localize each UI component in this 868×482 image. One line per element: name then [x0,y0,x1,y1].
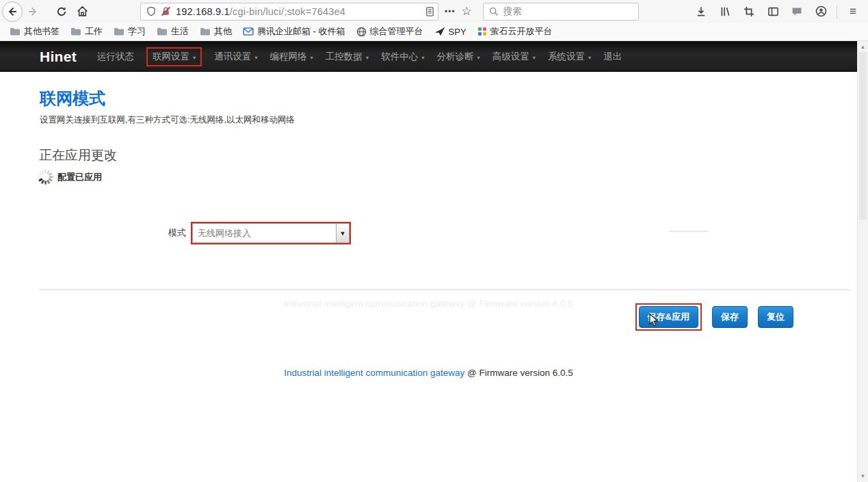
reload-icon [56,6,67,17]
nav-item-analysis-diagnosis[interactable]: 分析诊断▾ [436,51,479,63]
bookmark-management-platform[interactable]: 综合管理平台 [352,24,428,39]
bookmark-ezviz-platform[interactable]: 萤石云开放平台 [473,24,557,39]
bookmark-study[interactable]: 学习 [109,24,150,39]
bookmark-other[interactable]: 其他 [195,24,237,39]
scroll-up-icon[interactable]: ▲ [860,41,866,53]
screenshot-crop-icon [744,6,754,17]
nav-item-label: 高级设置 [492,51,529,63]
home-button[interactable] [72,1,92,22]
bookmark-label: 工作 [85,25,103,38]
nav-item-system-settings[interactable]: 系统设置▾ [548,51,591,63]
nav-item-logout[interactable]: 退出 [603,51,622,63]
nav-item-network-settings[interactable]: 联网设置▾ [146,47,202,66]
downloads-button[interactable] [692,2,711,21]
chevron-down-icon: ▼ [340,230,346,237]
bookmark-spy[interactable]: SPY [430,25,471,38]
sidebar-icon [767,6,779,17]
page-footer: Industrial intelligent communication gat… [0,368,857,378]
menu-button[interactable]: ≡ [843,2,863,21]
url-text: 192.168.9.1/cgi-bin/luci/;stok=7643e4 [176,6,420,17]
mode-select[interactable]: 无线网络接入 ▼ [192,223,350,243]
nav-item-programming-network[interactable]: 编程网络▾ [270,51,313,63]
back-button[interactable] [2,1,23,22]
bookmark-label: 腾讯企业邮箱 - 收件箱 [257,25,345,38]
mouse-cursor [648,313,661,328]
vertical-scrollbar[interactable]: ▲ ▼ [857,41,868,482]
bookmark-life[interactable]: 生活 [152,24,194,39]
chevron-down-icon: ▾ [533,53,536,61]
nav-item-label: 分析诊断 [436,51,473,63]
nav-item-label: 工控数据 [326,51,363,63]
insecure-lock-icon[interactable] [161,6,171,16]
scroll-down-icon[interactable]: ▼ [860,470,866,482]
section-divider [39,289,850,290]
mode-field-label: 模式 [168,227,186,239]
nav-item-label: 退出 [603,51,622,63]
nav-item-comm-settings[interactable]: 通讯设置▾ [214,51,257,63]
gateway-footer-link[interactable]: Industrial intelligent communication gat… [284,368,464,378]
applying-status-row: 配置已应用 [36,168,102,186]
annotation-box-save-apply: 保存&应用 [635,303,702,331]
bookmark-label: 其他 [214,25,232,38]
nav-item-industrial-data[interactable]: 工控数据▾ [326,51,369,63]
nav-item-label: 软件中心 [381,51,418,63]
save-button[interactable]: 保存 [712,306,748,328]
toolbar-icons: ≡ [692,2,868,21]
hamburger-menu-icon: ≡ [850,5,856,18]
site-navbar: Hinet 运行状态 联网设置▾ 通讯设置▾ 编程网络▾ 工控数据▾ 软件中心▾… [0,41,857,72]
url-bar[interactable]: 192.168.9.1/cgi-bin/luci/;stok=7643e4 [140,3,438,21]
chevron-down-icon: ▾ [193,53,196,61]
back-arrow-icon [7,6,18,17]
sidebar-button[interactable] [763,2,782,21]
bookmark-tencent-mail[interactable]: 腾讯企业邮箱 - 收件箱 [238,24,350,39]
url-path: /cgi-bin/luci/;stok=7643e4 [230,6,345,17]
forward-button[interactable] [23,1,43,22]
nav-item-label: 编程网络 [270,51,307,63]
scrollbar-thumb[interactable] [859,52,867,220]
reader-mode-icon[interactable] [425,6,435,17]
paper-plane-icon [434,27,445,36]
chevron-down-icon: ▾ [311,53,313,61]
folder-icon [70,27,81,36]
ezviz-colorful-icon [477,27,487,36]
browser-toolbar: 192.168.9.1/cgi-bin/luci/;stok=7643e4 ••… [0,0,868,23]
bookmark-work[interactable]: 工作 [66,24,107,39]
mode-select-value: 无线网络接入 [193,227,336,240]
chevron-down-icon: ▾ [477,53,479,61]
tracking-shield-icon[interactable] [146,6,156,16]
brand-logo[interactable]: Hinet [40,49,77,65]
applying-changes-heading: 正在应用更改 [39,147,117,164]
save-apply-button[interactable]: 保存&应用 [639,306,698,328]
bookmark-label: 综合管理平台 [370,25,423,38]
library-button[interactable] [715,2,735,21]
folder-icon [200,27,211,36]
folder-icon [10,27,21,36]
forward-arrow-icon [27,6,38,17]
chevron-down-icon: ▾ [421,53,424,61]
search-box[interactable] [483,3,639,21]
bookmark-other-bookmarks[interactable]: 其他书签 [5,24,64,39]
nav-item-label: 运行状态 [97,51,134,63]
library-icon [720,6,731,17]
faint-line-artifact [669,231,709,232]
page-content: 联网模式 设置网关连接到互联网,有三种方式可选:无线网络,以太网和移动网络 正在… [0,72,857,482]
search-input[interactable] [503,6,633,16]
nav-item-label: 通讯设置 [214,51,251,63]
account-button[interactable] [811,2,830,21]
reload-button[interactable] [51,1,72,22]
page-title: 联网模式 [40,88,105,110]
nav-item-run-status[interactable]: 运行状态 [97,51,134,63]
home-icon [77,5,88,17]
folder-icon [157,27,168,36]
page-actions-button[interactable]: ••• [438,7,462,16]
bookmark-label: 萤石云开放平台 [490,25,553,38]
nav-item-software-center[interactable]: 软件中心▾ [381,51,424,63]
bookmark-label: 学习 [128,25,146,38]
nav-item-advanced-settings[interactable]: 高级设置▾ [492,51,536,63]
screenshot-button[interactable] [739,2,759,21]
bookmark-star-icon[interactable]: ☆ [462,4,476,18]
select-dropdown-button[interactable]: ▼ [336,224,349,242]
reset-button[interactable]: 复位 [758,306,793,328]
messenger-button[interactable] [787,2,806,21]
nav-item-label: 系统设置 [548,51,585,63]
